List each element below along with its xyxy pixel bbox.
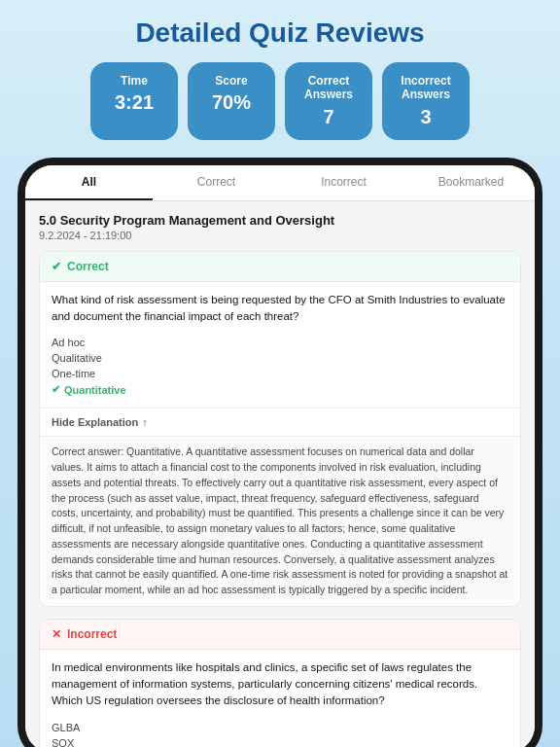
- up-arrow-icon: ↑: [142, 416, 148, 428]
- tab-bookmarked[interactable]: Bookmarked: [407, 165, 535, 200]
- stat-card-time: Time 3:21: [90, 62, 178, 140]
- option-quantitative: ✔ Quantitative: [52, 381, 508, 398]
- content-area[interactable]: 5.0 Security Program Management and Over…: [25, 201, 535, 747]
- incorrect-x-icon: ✕: [52, 627, 61, 641]
- option-adhoc: Ad hoc: [52, 335, 508, 350]
- question-card-1-status: Correct: [67, 260, 109, 273]
- correct-checkmark-icon: ✔: [52, 260, 61, 273]
- stats-row: Time 3:21 Score 70% Correct Answers 7 In…: [0, 62, 560, 140]
- device-frame: All Correct Incorrect Bookmarked 5.0 Sec…: [18, 158, 542, 747]
- page-container: Detailed Quiz Reviews Time 3:21 Score 70…: [0, 0, 560, 747]
- tabs-bar: All Correct Incorrect Bookmarked: [25, 165, 535, 201]
- stat-label-correct: Correct Answers: [298, 74, 359, 102]
- answer-check-icon: ✔: [52, 383, 60, 396]
- tab-incorrect[interactable]: Incorrect: [280, 165, 407, 200]
- stat-label-incorrect: Incorrect Answers: [396, 74, 456, 102]
- option-sox: SOX: [52, 735, 508, 747]
- stat-label-score: Score: [201, 74, 262, 88]
- question-card-2-body: In medical environments like hospitals a…: [40, 650, 520, 747]
- tab-correct[interactable]: Correct: [153, 165, 280, 200]
- option-onetime: One-time: [52, 366, 508, 381]
- stat-card-incorrect: Incorrect Answers 3: [382, 62, 470, 140]
- stat-value-time: 3:21: [104, 91, 164, 114]
- option-glba: GLBA: [52, 720, 508, 735]
- question-card-1: ✔ Correct What kind of risk assessment i…: [39, 251, 521, 607]
- option-qualitative: Qualitative: [52, 350, 508, 366]
- question-card-1-body: What kind of risk assessment is being re…: [40, 282, 520, 409]
- hide-explanation-1[interactable]: Hide Explanation ↑: [40, 408, 520, 436]
- section-title: 5.0 Security Program Management and Over…: [39, 213, 521, 228]
- stat-card-correct: Correct Answers 7: [285, 62, 372, 140]
- stat-value-score: 70%: [201, 91, 262, 114]
- question-card-1-text: What kind of risk assessment is being re…: [52, 292, 508, 326]
- section-date: 9.2.2024 - 21:19:00: [39, 230, 521, 241]
- stat-value-correct: 7: [298, 106, 359, 128]
- tab-all[interactable]: All: [25, 165, 153, 200]
- stat-label-time: Time: [104, 74, 164, 88]
- explanation-text-1: Correct answer: Quantitative. A quantita…: [40, 436, 520, 606]
- question-card-2: ✕ Incorrect In medical environments like…: [39, 619, 521, 747]
- stat-value-incorrect: 3: [396, 106, 456, 128]
- device-screen: All Correct Incorrect Bookmarked 5.0 Sec…: [25, 165, 535, 747]
- question-card-2-header: ✕ Incorrect: [40, 620, 520, 650]
- question-card-1-header: ✔ Correct: [40, 252, 520, 282]
- stat-card-score: Score 70%: [188, 62, 275, 140]
- page-title: Detailed Quiz Reviews: [0, 0, 560, 62]
- question-card-2-status: Incorrect: [67, 627, 117, 641]
- question-card-2-text: In medical environments like hospitals a…: [52, 659, 508, 710]
